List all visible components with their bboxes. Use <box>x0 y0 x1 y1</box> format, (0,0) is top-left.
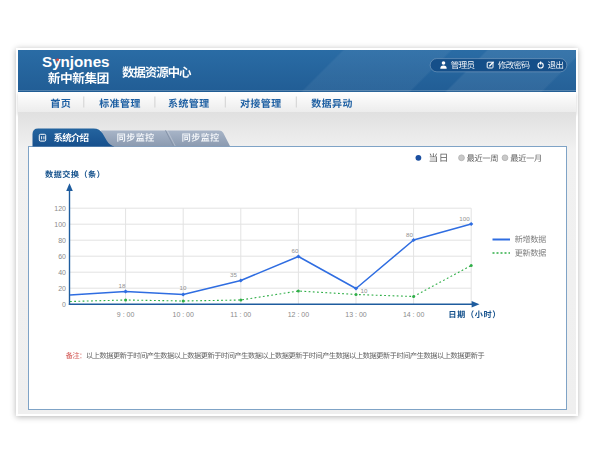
svg-text:9 : 00: 9 : 00 <box>117 311 135 318</box>
svg-text:60: 60 <box>58 253 66 260</box>
svg-text:80: 80 <box>58 237 66 244</box>
svg-text:60: 60 <box>292 247 299 254</box>
svg-text:100: 100 <box>54 221 66 228</box>
svg-text:100: 100 <box>459 215 470 222</box>
svg-text:12 : 00: 12 : 00 <box>288 311 310 318</box>
svg-text:13 : 00: 13 : 00 <box>345 311 367 318</box>
svg-text:20: 20 <box>58 285 66 292</box>
svg-text:14 : 00: 14 : 00 <box>403 311 425 318</box>
svg-text:10: 10 <box>361 287 368 294</box>
svg-text:40: 40 <box>58 269 66 276</box>
svg-text:80: 80 <box>406 231 413 238</box>
svg-text:10 : 00: 10 : 00 <box>172 311 194 318</box>
svg-text:0: 0 <box>62 301 66 308</box>
svg-text:35: 35 <box>230 271 237 278</box>
svg-text:11 : 00: 11 : 00 <box>230 311 251 318</box>
svg-text:Synjones: Synjones <box>42 53 110 70</box>
svg-text:120: 120 <box>54 205 66 212</box>
svg-text:18: 18 <box>119 282 126 289</box>
svg-text:10: 10 <box>180 284 187 291</box>
